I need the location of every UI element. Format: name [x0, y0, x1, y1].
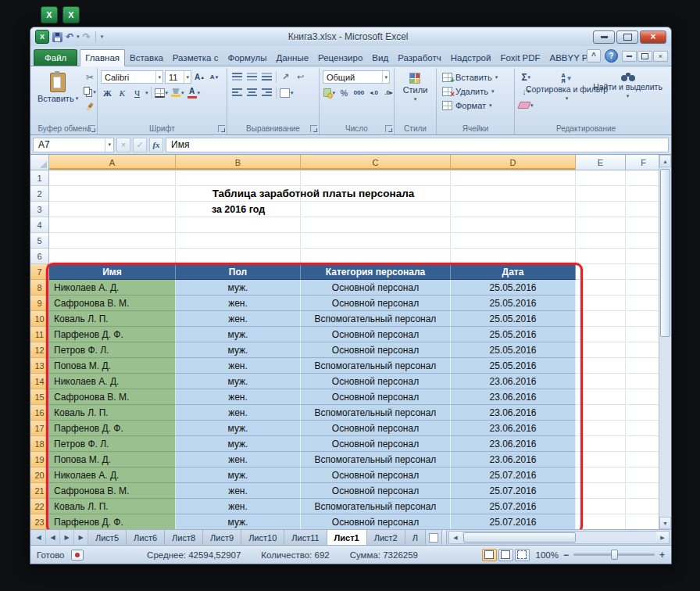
zoom-slider[interactable] [573, 553, 655, 556]
cell-E19[interactable] [576, 452, 626, 467]
workbook-minimize-button[interactable] [622, 51, 637, 62]
cell-E2[interactable] [576, 186, 626, 202]
row-header-3[interactable]: 3 [30, 202, 49, 217]
v-scrollbar[interactable]: ▲ ▼ [659, 155, 671, 529]
column-header-F[interactable]: F [626, 155, 659, 170]
clipboard-dialog-launcher[interactable] [88, 125, 95, 132]
v-scroll-thumb[interactable] [660, 169, 670, 337]
cell-C6[interactable] [301, 249, 451, 264]
cell-E12[interactable] [576, 342, 626, 358]
cell-D23[interactable]: 25.07.2016 [451, 514, 576, 529]
cell-C15[interactable]: Основной персонал [301, 389, 451, 405]
cell-D22[interactable]: 25.07.2016 [451, 499, 576, 514]
cell-F4[interactable] [626, 217, 659, 233]
cell-D10[interactable]: 25.05.2016 [451, 311, 576, 327]
cell-F18[interactable] [626, 436, 659, 452]
cell-E21[interactable] [576, 483, 626, 499]
cell-A12[interactable]: Петров Ф. Л. [49, 342, 176, 358]
sheet-tab-5[interactable]: Лист11 [284, 530, 327, 545]
bold-button[interactable]: Ж [101, 86, 114, 99]
column-header-A[interactable]: A [49, 155, 176, 170]
cell-B5[interactable] [176, 233, 301, 249]
cell-A1[interactable] [49, 170, 176, 186]
cell-D2[interactable] [451, 186, 576, 202]
currency-button[interactable]: ▾ [323, 86, 336, 99]
grow-font-button[interactable]: А▲ [193, 70, 206, 84]
cell-F3[interactable] [626, 202, 659, 217]
last-sheet-button[interactable]: ▶ [74, 530, 88, 545]
column-header-D[interactable]: D [451, 155, 576, 170]
row-header-11[interactable]: 11 [30, 327, 49, 342]
cell-C22[interactable]: Вспомогательный персонал [301, 499, 451, 514]
macro-record-button[interactable] [71, 550, 84, 561]
percent-button[interactable]: % [338, 86, 351, 99]
font-size-combo[interactable]: 11▾ [165, 70, 191, 84]
cell-E8[interactable] [576, 280, 626, 296]
sheet-tab-4[interactable]: Лист10 [241, 530, 284, 545]
cell-A20[interactable]: Николаев А. Д. [49, 467, 176, 483]
ribbon-tab-1[interactable]: Главная [80, 49, 125, 66]
row-header-13[interactable]: 13 [30, 358, 49, 374]
sheet-tab-8[interactable]: Л [405, 530, 426, 545]
sort-filter-button[interactable]: АЯ▼ Сортировка и фильтр ▾ [537, 70, 598, 124]
row-header-21[interactable]: 21 [30, 483, 49, 499]
cell-F16[interactable] [626, 405, 659, 421]
cell-C7[interactable]: Категория персонала [301, 264, 451, 280]
cell-B1[interactable] [176, 170, 301, 186]
cell-B6[interactable] [176, 249, 301, 264]
row-header-22[interactable]: 22 [30, 499, 49, 514]
cell-A5[interactable] [49, 233, 176, 249]
cell-D16[interactable]: 23.06.2016 [451, 405, 576, 421]
row-header-20[interactable]: 20 [30, 467, 49, 483]
fill-color-button[interactable]: ▾ [170, 86, 185, 99]
cell-F15[interactable] [626, 389, 659, 405]
cell-E16[interactable] [576, 405, 626, 421]
font-dialog-launcher[interactable] [218, 125, 225, 132]
cell-D15[interactable]: 23.06.2016 [451, 389, 576, 405]
cell-E10[interactable] [576, 311, 626, 327]
zoom-out-button[interactable]: − [563, 550, 569, 561]
v-scroll-track[interactable] [659, 167, 671, 517]
cell-C1[interactable] [301, 170, 451, 186]
row-header-7[interactable]: 7 [30, 264, 49, 280]
cell-C16[interactable]: Вспомогательный персонал [301, 405, 451, 421]
row-header-2[interactable]: 2 [30, 186, 49, 202]
cell-F22[interactable] [626, 499, 659, 514]
cell-C5[interactable] [301, 233, 451, 249]
cell-D19[interactable]: 23.06.2016 [451, 452, 576, 467]
row-header-12[interactable]: 12 [30, 342, 49, 358]
ribbon-tab-6[interactable]: Рецензиро [313, 50, 367, 66]
cell-B7[interactable]: Пол [176, 264, 301, 280]
cell-B12[interactable]: муж. [176, 342, 301, 358]
copy-button[interactable]: ▾ [83, 85, 97, 98]
cell-E14[interactable] [576, 374, 626, 389]
comma-style-button[interactable]: 000 [352, 86, 366, 99]
h-scroll-left-button[interactable]: ◀ [449, 532, 462, 543]
cell-D9[interactable]: 25.05.2016 [451, 296, 576, 311]
cell-C12[interactable]: Основной персонал [301, 342, 451, 358]
cell-E6[interactable] [576, 249, 626, 264]
cell-B9[interactable]: жен. [176, 296, 301, 311]
cell-E1[interactable] [576, 170, 626, 186]
number-format-combo[interactable]: Общий▾ [323, 70, 390, 84]
cell-B18[interactable]: муж. [176, 436, 301, 452]
sheet-tab-0[interactable]: Лист5 [88, 530, 127, 545]
h-scroll-right-button[interactable]: ▶ [656, 532, 669, 543]
cell-B14[interactable]: муж. [176, 374, 301, 389]
cell-D7[interactable]: Дата [451, 264, 576, 280]
view-page-layout-button[interactable] [498, 549, 513, 561]
sheet-tab-1[interactable]: Лист6 [127, 530, 165, 545]
cell-E11[interactable] [576, 327, 626, 342]
italic-button[interactable]: К [116, 86, 129, 99]
autosum-button[interactable]: Σ▾ [518, 70, 534, 84]
undo-button[interactable]: ↶ [66, 32, 73, 41]
app-icon[interactable]: X [35, 30, 49, 44]
cell-E3[interactable] [576, 202, 626, 217]
format-cells-button[interactable]: Формат▾ [440, 98, 511, 112]
cell-F9[interactable] [626, 296, 659, 311]
row-header-15[interactable]: 15 [30, 389, 49, 405]
cell-D12[interactable]: 25.05.2016 [451, 342, 576, 358]
cell-D6[interactable] [451, 249, 576, 264]
cell-A21[interactable]: Сафронова В. М. [49, 483, 176, 499]
cell-F21[interactable] [626, 483, 659, 499]
